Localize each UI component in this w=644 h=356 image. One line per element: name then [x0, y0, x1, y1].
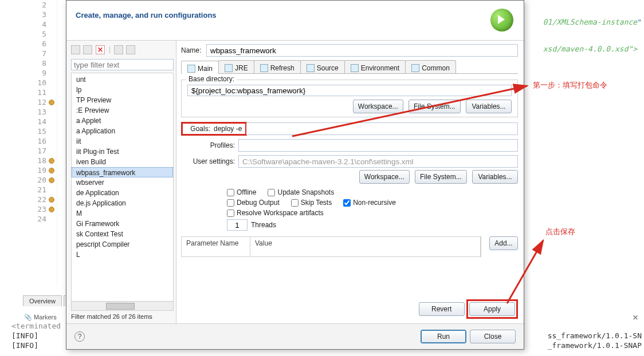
tree-item[interactable]: M: [72, 208, 173, 219]
param-name-header: Parameter Name: [182, 237, 250, 256]
tree-item[interactable]: a Applet: [72, 116, 173, 126]
tab-environment[interactable]: Environment: [344, 60, 406, 73]
param-value-header: Value: [250, 237, 481, 256]
line-number: 16: [0, 136, 57, 146]
line-number: 8: [0, 58, 57, 68]
update-snapshots-checkbox[interactable]: Update Snapshots: [268, 188, 334, 196]
close-icon[interactable]: ✕: [633, 314, 638, 322]
tree-item[interactable]: wbserver: [72, 177, 173, 188]
tree-item[interactable]: L: [72, 250, 173, 260]
filter-icon[interactable]: [126, 45, 135, 54]
dialog-header: Create, manage, and run configurations: [66, 1, 524, 41]
debug-output-checkbox[interactable]: Debug Output: [227, 199, 280, 207]
dialog-title: Create, manage, and run configurations: [76, 11, 515, 19]
tree-item[interactable]: pescript Compiler: [72, 239, 173, 250]
line-number: 13: [0, 107, 57, 117]
workspace-button-2[interactable]: Workspace...: [359, 170, 410, 184]
name-label: Name:: [181, 46, 206, 54]
tree-item-selected[interactable]: wbpass_framework: [72, 167, 173, 177]
line-number: 19: [0, 165, 57, 175]
threads-select[interactable]: [227, 219, 248, 231]
line-number: 15: [0, 126, 57, 136]
line-number: 2: [0, 0, 57, 10]
collapse-icon[interactable]: [114, 45, 123, 54]
duplicate-icon[interactable]: [83, 45, 92, 54]
console-right: ss_framework/1.0.1-SN _framework/1.0.1-S…: [548, 331, 642, 351]
tab-overview[interactable]: Overview: [23, 295, 62, 306]
config-tabs: Main JRE Refresh Source Environment Comm…: [181, 60, 518, 74]
delete-icon[interactable]: ✕: [96, 45, 105, 54]
variables-button[interactable]: Variables...: [466, 100, 512, 113]
tree-item[interactable]: de.js Application: [72, 198, 173, 208]
tree-item[interactable]: lp: [72, 85, 173, 95]
revert-button[interactable]: Revert: [419, 302, 465, 316]
close-button[interactable]: Close: [470, 330, 516, 343]
common-tab-icon: [411, 64, 419, 72]
goals-label: Goals:: [186, 125, 214, 133]
line-number: 5: [0, 29, 57, 39]
line-number: 6: [0, 39, 57, 49]
env-tab-icon: [351, 64, 359, 72]
profiles-label: Profiles:: [181, 141, 238, 149]
tree-item[interactable]: iven Build: [72, 157, 173, 167]
line-number: 20: [0, 175, 57, 185]
line-number: 23: [0, 204, 57, 214]
tree-item[interactable]: TP Preview: [72, 95, 173, 105]
tab-jre[interactable]: JRE: [218, 60, 254, 73]
filesystem-button[interactable]: File System...: [409, 100, 461, 113]
name-field[interactable]: [206, 44, 518, 57]
console-area: <terminated [INFO] [INFO]: [11, 322, 61, 351]
base-dir-label: Base directory:: [186, 75, 237, 83]
tree-item[interactable]: :E Preview: [72, 105, 173, 116]
line-number: 9: [0, 68, 57, 78]
editor-gutter: 2 3 4 5 6 7 8 9 10 11 12 13 14 15 16 17 …: [0, 0, 57, 286]
line-number: 11: [0, 88, 57, 97]
tab-common[interactable]: Common: [405, 60, 456, 73]
tab-main[interactable]: Main: [181, 61, 219, 74]
dialog-footer: ? Run Close: [66, 323, 524, 349]
horizontal-scrollbar[interactable]: [72, 301, 173, 310]
workspace-button[interactable]: Workspace...: [353, 100, 403, 113]
parameter-table[interactable]: Parameter Name Value: [181, 236, 481, 257]
variables-button-2[interactable]: Variables...: [472, 170, 518, 184]
base-dir-field[interactable]: [187, 85, 512, 96]
filesystem-button-2[interactable]: File System...: [415, 170, 467, 184]
tree-item[interactable]: sk Context Test: [72, 229, 173, 239]
main-tab-icon: [187, 65, 195, 73]
user-settings-field[interactable]: [238, 155, 518, 168]
tree-item[interactable]: a Application: [72, 126, 173, 136]
resolve-workspace-checkbox[interactable]: Resolve Workspace artifacts: [227, 209, 506, 217]
markers-view-label: 📎 Markers: [24, 314, 57, 321]
tab-source[interactable]: Source: [300, 60, 345, 73]
line-number: 3: [0, 10, 57, 19]
line-number: 12: [0, 97, 57, 107]
new-config-icon[interactable]: [71, 45, 80, 54]
filter-input[interactable]: [71, 59, 174, 70]
help-icon[interactable]: ?: [74, 331, 85, 342]
tab-refresh[interactable]: Refresh: [254, 60, 301, 73]
non-recursive-checkbox[interactable]: Non-recursive: [343, 199, 396, 207]
skip-tests-checkbox[interactable]: Skip Tests: [291, 199, 332, 207]
config-sidebar: ✕ | unt lp TP Preview :E Preview a Apple…: [66, 41, 176, 323]
run-button[interactable]: Run: [421, 330, 466, 343]
apply-button[interactable]: Apply: [469, 302, 515, 316]
tree-item[interactable]: Gi Framework: [72, 219, 173, 229]
tree-item[interactable]: iit: [72, 136, 173, 147]
tree-item[interactable]: iit Plug-in Test: [72, 147, 173, 157]
goals-value-display: deploy -e: [214, 125, 242, 133]
base-directory-group: Base directory: Workspace... File System…: [181, 80, 518, 117]
user-settings-label: User settings:: [181, 157, 238, 165]
config-tree[interactable]: unt lp TP Preview :E Preview a Applet a …: [71, 73, 174, 311]
threads-label: Threads: [251, 221, 276, 229]
line-number: 4: [0, 19, 57, 29]
profiles-field[interactable]: [238, 139, 518, 152]
line-number: 7: [0, 49, 57, 58]
jre-tab-icon: [225, 64, 233, 72]
tree-item[interactable]: unt: [72, 74, 173, 85]
line-number: 14: [0, 117, 57, 126]
goals-field[interactable]: [246, 122, 518, 135]
tree-item[interactable]: de Application: [72, 188, 173, 198]
add-button[interactable]: Add...: [489, 236, 518, 250]
offline-checkbox[interactable]: Offline: [227, 188, 256, 196]
source-tab-icon: [307, 64, 315, 72]
